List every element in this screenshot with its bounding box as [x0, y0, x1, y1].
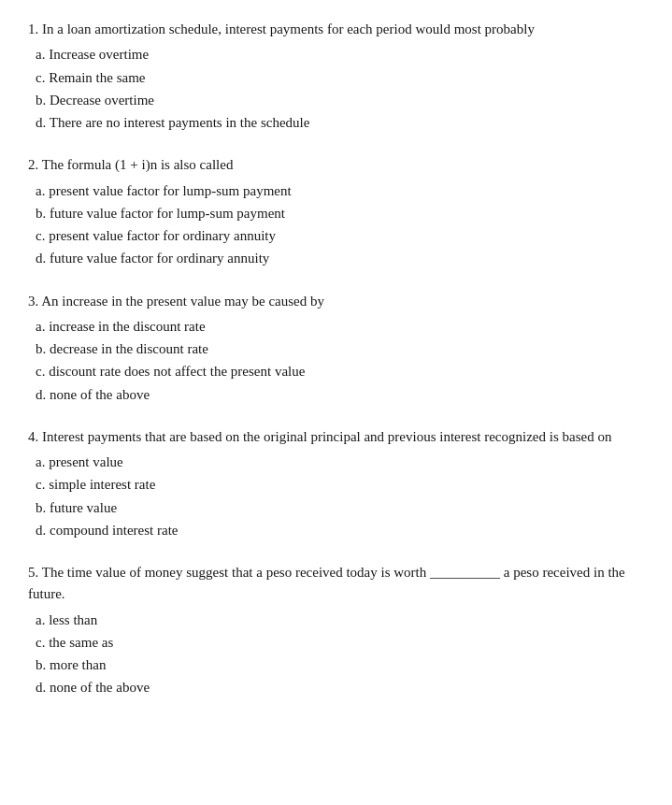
option-5-1: a. less than	[36, 610, 644, 631]
option-4-3: b. future value	[36, 497, 644, 519]
option-2-2: b. future value factor for lump-sum paym…	[36, 203, 644, 224]
option-4-4: d. compound interest rate	[36, 520, 644, 541]
option-3-3: c. discount rate does not affect the pre…	[36, 361, 644, 382]
option-5-4: d. none of the above	[36, 677, 644, 698]
option-3-2: b. decrease in the discount rate	[36, 338, 644, 360]
question-block-1: 1. In a loan amortization schedule, inte…	[28, 19, 644, 134]
option-4-2: c. simple interest rate	[36, 474, 644, 496]
option-3-1: a. increase in the discount rate	[36, 316, 644, 338]
question-block-4: 4. Interest payments that are based on t…	[28, 426, 644, 541]
option-1-2: c. Remain the same	[36, 67, 644, 89]
option-5-3: b. more than	[36, 654, 644, 676]
quiz-content: 1. In a loan amortization schedule, inte…	[28, 19, 644, 699]
option-1-3: b. Decrease overtime	[36, 90, 644, 111]
question-text-5: 5. The time value of money suggest that …	[28, 562, 644, 606]
option-2-3: c. present value factor for ordinary ann…	[36, 225, 644, 247]
option-5-2: c. the same as	[36, 632, 644, 654]
question-text-1: 1. In a loan amortization schedule, inte…	[28, 19, 644, 40]
option-1-1: a. Increase overtime	[36, 44, 644, 65]
question-block-2: 2. The formula (1 + i)n is also calleda.…	[28, 154, 644, 269]
option-2-4: d. future value factor for ordinary annu…	[36, 248, 644, 269]
option-1-4: d. There are no interest payments in the…	[36, 112, 644, 134]
question-text-3: 3. An increase in the present value may …	[28, 291, 644, 312]
option-4-1: a. present value	[36, 452, 644, 473]
question-block-3: 3. An increase in the present value may …	[28, 291, 644, 406]
option-3-4: d. none of the above	[36, 384, 644, 406]
question-block-5: 5. The time value of money suggest that …	[28, 562, 644, 699]
question-text-4: 4. Interest payments that are based on t…	[28, 426, 644, 448]
question-text-2: 2. The formula (1 + i)n is also called	[28, 154, 644, 176]
option-2-1: a. present value factor for lump-sum pay…	[36, 180, 644, 202]
